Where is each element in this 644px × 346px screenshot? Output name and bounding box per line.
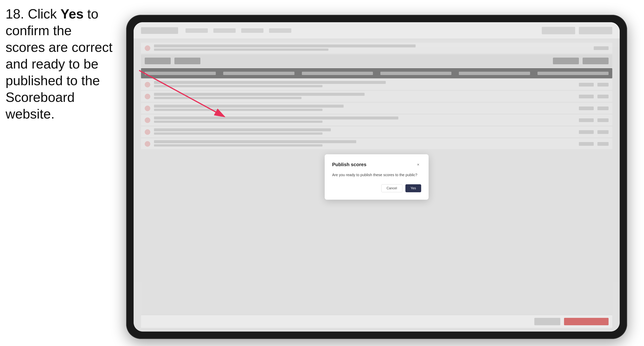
tablet-screen: Publish scores × Are you ready to publis…	[134, 22, 620, 332]
cancel-button[interactable]: Cancel	[381, 184, 402, 192]
modal-header: Publish scores ×	[332, 162, 421, 168]
tablet-outer: Publish scores × Are you ready to publis…	[126, 15, 627, 339]
publish-scores-dialog: Publish scores × Are you ready to publis…	[325, 154, 428, 200]
modal-overlay: Publish scores × Are you ready to publis…	[134, 22, 620, 332]
step-number: 18.	[6, 6, 24, 21]
yes-button[interactable]: Yes	[406, 184, 421, 192]
instruction-bold: Yes	[60, 6, 84, 21]
instruction-plain-1: Click	[28, 6, 60, 21]
instruction-rest: to confirm the scores are correct and re…	[6, 6, 112, 121]
modal-body-text: Are you ready to publish these scores to…	[332, 172, 421, 178]
instruction-text: 18. Click Yes to confirm the scores are …	[6, 5, 113, 122]
modal-title: Publish scores	[332, 162, 366, 168]
modal-footer: Cancel Yes	[332, 184, 421, 192]
tablet: Publish scores × Are you ready to publis…	[126, 15, 627, 339]
modal-close-button[interactable]: ×	[415, 162, 421, 168]
